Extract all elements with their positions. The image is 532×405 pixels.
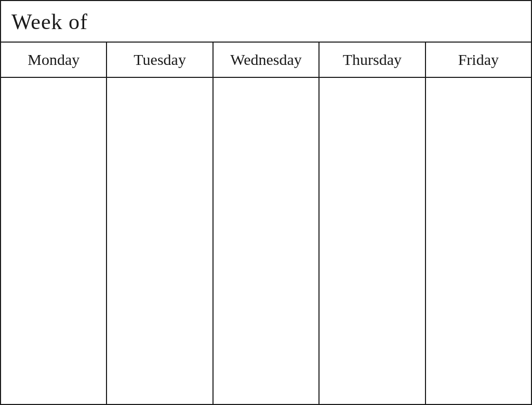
days-header-row: Monday Tuesday Wednesday Thursday Friday <box>1 43 531 78</box>
monday-cell[interactable] <box>1 78 107 404</box>
monday-header: Monday <box>1 43 107 77</box>
thursday-header: Thursday <box>320 43 425 77</box>
thursday-cell[interactable] <box>320 78 425 404</box>
friday-header: Friday <box>426 43 531 77</box>
wednesday-cell[interactable] <box>214 78 320 404</box>
wednesday-header: Wednesday <box>214 43 320 77</box>
week-of-header: Week of <box>1 1 531 43</box>
tuesday-header: Tuesday <box>107 43 213 77</box>
calendar-grid: Monday Tuesday Wednesday Thursday Friday <box>1 43 531 404</box>
weekly-planner: Week of Monday Tuesday Wednesday Thursda… <box>0 0 532 405</box>
days-body <box>1 78 531 404</box>
tuesday-cell[interactable] <box>107 78 213 404</box>
week-of-label: Week of <box>11 9 88 34</box>
friday-cell[interactable] <box>426 78 531 404</box>
